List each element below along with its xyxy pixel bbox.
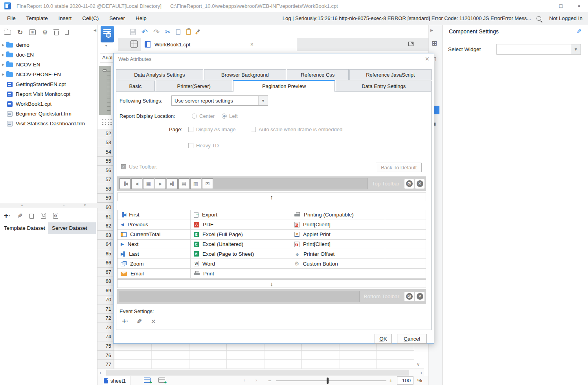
- sheet-nav-right-icon[interactable]: ›: [255, 378, 257, 383]
- checkbox-auto-scale[interactable]: Auto scale when iframe is embedded: [251, 126, 342, 132]
- next-icon[interactable]: [155, 178, 166, 189]
- tab-data-analysis-settings[interactable]: Data Analysis Settings: [116, 69, 203, 80]
- toolbar-button-next[interactable]: Next: [118, 240, 191, 249]
- top-toolbar-settings-button[interactable]: ⚙: [404, 179, 414, 189]
- collapse-left-panel-icon[interactable]: ◀: [94, 28, 96, 32]
- edit-icon[interactable]: [136, 317, 142, 326]
- drag-handle-icon[interactable]: [101, 119, 112, 126]
- menu-item-cell-c[interactable]: Cell(C): [82, 15, 99, 21]
- dialog-close-icon[interactable]: ×: [425, 55, 429, 62]
- radio-icon[interactable]: [192, 114, 197, 119]
- tree-item-ncov-phone-en[interactable]: ▶NCOV-PHONE-EN: [0, 70, 97, 79]
- zoom-out-icon[interactable]: −: [268, 377, 272, 384]
- row-header-58[interactable]: 58: [97, 184, 114, 194]
- search-icon[interactable]: [537, 16, 541, 21]
- dialog-title-bar[interactable]: Web Attributes ×: [114, 53, 434, 64]
- row-header-62[interactable]: 62: [97, 221, 114, 231]
- menu-item-template[interactable]: Template: [26, 15, 48, 21]
- checkbox-checked-icon[interactable]: [121, 164, 126, 169]
- toolbar-button-current-total[interactable]: Current/Total: [118, 230, 191, 239]
- bottom-toolbar-remove-button[interactable]: ✕: [415, 292, 424, 301]
- tree-item-demo[interactable]: ▶demo: [0, 40, 97, 50]
- row-header-56[interactable]: 56: [97, 166, 114, 175]
- move-down-arrow[interactable]: ↓: [117, 279, 426, 288]
- last-icon[interactable]: [167, 178, 178, 189]
- redo-icon[interactable]: [153, 28, 160, 37]
- tree-item-visit-statistics-dashboard-frm[interactable]: Visit Statistics Dashboard.frm: [0, 119, 97, 128]
- menu-item-help[interactable]: Help: [136, 15, 147, 21]
- row-header-70[interactable]: 70: [97, 295, 114, 305]
- toolbar-button-email[interactable]: Email: [118, 269, 191, 278]
- toolbar-button-previous[interactable]: Previous: [118, 220, 191, 229]
- row-header-72[interactable]: 72: [97, 314, 114, 323]
- row-header-68[interactable]: 68: [97, 277, 114, 286]
- save-icon[interactable]: [130, 29, 136, 35]
- row-header-65[interactable]: 65: [97, 249, 114, 258]
- sheet-nav-left-icon[interactable]: ‹: [244, 378, 245, 383]
- dataset-tab-template-dataset[interactable]: Template Dataset: [0, 222, 48, 234]
- row-header-71[interactable]: 71: [97, 304, 114, 314]
- radio-selected-icon[interactable]: [222, 114, 227, 119]
- pages-icon[interactable]: [143, 178, 154, 189]
- preview-icon[interactable]: [41, 213, 46, 219]
- tree-item-gettingstarteden-cpt[interactable]: GettingStartedEN.cpt: [0, 79, 97, 89]
- checkbox-icon[interactable]: [251, 127, 256, 132]
- first-icon[interactable]: [119, 178, 130, 189]
- toolbar-button-last[interactable]: Last: [118, 249, 191, 258]
- row-header-64[interactable]: 64: [97, 240, 114, 249]
- checkbox-heavy-td[interactable]: Heavy TD: [188, 143, 219, 148]
- toolbar-button-print-client[interactable]: Print[Client]: [291, 220, 385, 229]
- zoom-slider-handle[interactable]: [327, 378, 329, 384]
- tab-printer-server[interactable]: Printer(Server): [156, 81, 232, 92]
- toolbar-button-print[interactable]: Print: [191, 269, 291, 278]
- splitter-up-icon[interactable]: ▲: [20, 204, 24, 207]
- toolbar-button-printing-compatible[interactable]: Printing (Compatible): [291, 210, 385, 220]
- toolbar-button-applet-print[interactable]: Applet Print: [291, 230, 385, 239]
- row-header-75[interactable]: 75: [97, 341, 114, 351]
- scroll-right-icon[interactable]: ›: [421, 370, 422, 376]
- ok-button[interactable]: OK: [375, 334, 392, 344]
- settings-icon[interactable]: [42, 29, 48, 36]
- expand-arrow-icon[interactable]: ▶: [0, 53, 6, 57]
- tab-browser-background[interactable]: Browser Background: [204, 69, 286, 80]
- move-up-arrow[interactable]: ↑: [117, 192, 426, 201]
- menu-item-server[interactable]: Server: [109, 15, 125, 21]
- add-icon[interactable]: [4, 211, 10, 220]
- add-icon[interactable]: [122, 317, 128, 326]
- top-toolbar-drop-area[interactable]: [119, 178, 368, 189]
- row-header-59[interactable]: 59: [97, 194, 114, 203]
- toolbar-button-excel-unaltered[interactable]: Excel (Unaltered): [191, 240, 291, 249]
- toolbar-button-excel-page-to-sheet[interactable]: Excel (Page to Sheet): [191, 249, 291, 258]
- toolbar-button-excel-full-page[interactable]: Excel (Full Page): [191, 230, 291, 239]
- tree-item-workbook1-cpt[interactable]: WorkBook1.cpt: [0, 99, 97, 109]
- bottom-toolbar-settings-button[interactable]: ⚙: [404, 292, 414, 301]
- tree-item-report-visit-monitor-cpt[interactable]: Report Visit Monitor.cpt: [0, 89, 97, 99]
- toolbar-button-print-client[interactable]: Print[Client]: [291, 240, 385, 249]
- toolbar-button-printer-offset[interactable]: Printer Offset: [291, 249, 385, 258]
- minimize-icon[interactable]: −: [534, 0, 552, 12]
- tab-reference-css[interactable]: Reference Css: [287, 69, 349, 80]
- format-brush-icon[interactable]: [195, 29, 200, 35]
- print-icon[interactable]: [178, 178, 189, 189]
- tab-pagination-preview[interactable]: Pagination Preview: [233, 80, 335, 92]
- document-tab[interactable]: WorkBook1.cpt ×: [141, 38, 297, 51]
- row-header-73[interactable]: 73: [97, 323, 114, 332]
- row-header-52[interactable]: 52: [97, 129, 114, 138]
- maximize-icon[interactable]: □: [552, 0, 570, 12]
- radio-center[interactable]: Center: [192, 113, 215, 119]
- expand-arrow-icon[interactable]: ▶: [0, 63, 6, 66]
- following-settings-dropdown[interactable]: Use server report settings ▼: [171, 95, 268, 106]
- menu-item-insert[interactable]: Insert: [59, 15, 72, 21]
- refresh-icon[interactable]: [17, 28, 23, 37]
- expand-arrow-icon[interactable]: ▶: [0, 43, 6, 47]
- copy-icon[interactable]: [65, 30, 69, 35]
- new-folder-icon[interactable]: [4, 30, 11, 35]
- login-status[interactable]: Not Logged In: [549, 15, 582, 21]
- collapse-right-panel-icon[interactable]: ▶: [430, 28, 433, 32]
- tab-reference-javascript[interactable]: Reference JavaScript: [349, 69, 432, 80]
- zoom-value-input[interactable]: 100: [397, 376, 413, 385]
- top-toolbar-remove-button[interactable]: ✕: [415, 179, 424, 189]
- toolbar-button-first[interactable]: First: [118, 210, 191, 220]
- preview-dropdown-icon[interactable]: ▾: [105, 44, 107, 48]
- paste-icon[interactable]: [186, 29, 191, 35]
